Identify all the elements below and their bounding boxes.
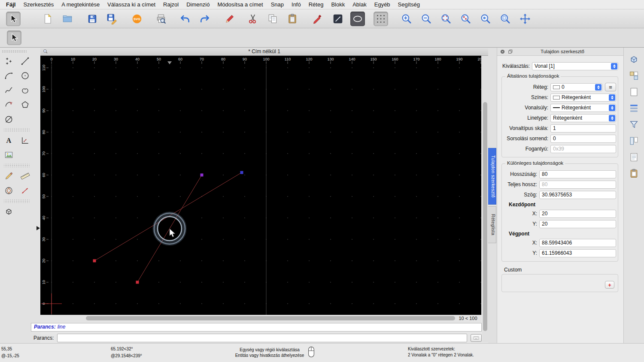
line-tool-button[interactable] bbox=[18, 54, 32, 68]
grid-toggle-button[interactable] bbox=[374, 12, 388, 26]
dock-layer-list-icon[interactable] bbox=[626, 102, 642, 115]
print-preview-button[interactable] bbox=[154, 12, 168, 26]
linetype-select[interactable]: Rétegenként bbox=[550, 114, 616, 122]
vertical-scrollbar[interactable] bbox=[482, 56, 488, 342]
hatch-tool-button[interactable] bbox=[1, 169, 16, 183]
start-y-input[interactable] bbox=[539, 220, 616, 228]
svg-text:60: 60 bbox=[178, 57, 182, 61]
dock-notes-icon[interactable] bbox=[626, 151, 642, 163]
zoom-out-button[interactable] bbox=[419, 12, 434, 26]
menu-item-12[interactable]: Ablak bbox=[352, 1, 367, 8]
highlight-pen-button[interactable] bbox=[310, 12, 325, 26]
keyboard-toggle-button[interactable] bbox=[471, 334, 482, 342]
selection-dropdown[interactable]: Vonal [1] bbox=[532, 62, 618, 70]
tool-options-toolbar bbox=[0, 28, 644, 48]
draw-order-input[interactable] bbox=[550, 135, 616, 143]
save-as-button[interactable] bbox=[105, 12, 119, 26]
delete-entity-button[interactable] bbox=[222, 12, 237, 26]
polygon-tool-button[interactable] bbox=[18, 98, 32, 112]
zoom-previous-button[interactable] bbox=[478, 12, 493, 26]
text-tool-button[interactable]: A bbox=[1, 134, 16, 147]
image-tool-button[interactable] bbox=[1, 148, 16, 162]
select-tool-button[interactable] bbox=[7, 30, 21, 45]
custom-section-title: Custom bbox=[504, 267, 618, 273]
new-document-button[interactable] bbox=[40, 12, 55, 26]
draw-order-button[interactable] bbox=[331, 12, 345, 26]
copy-button[interactable] bbox=[265, 12, 280, 26]
cut-button[interactable] bbox=[246, 12, 260, 26]
color-select[interactable]: Rétegenként bbox=[550, 94, 616, 102]
save-button[interactable] bbox=[85, 12, 100, 26]
arc-continue-tool-button[interactable] bbox=[1, 98, 16, 112]
length-input[interactable] bbox=[539, 170, 616, 178]
paste-button[interactable] bbox=[285, 12, 300, 26]
menu-item-3[interactable]: A megtekintése bbox=[61, 1, 100, 8]
dimension-arrow-tool-button[interactable] bbox=[18, 184, 32, 197]
selection-label: Kiválasztás: bbox=[502, 63, 530, 69]
dimension-tool-button[interactable] bbox=[18, 134, 32, 147]
end-y-label: Y: bbox=[502, 250, 537, 256]
circle-tool-button[interactable] bbox=[18, 69, 32, 82]
svg-text:10: 10 bbox=[42, 280, 46, 284]
menu-item-2[interactable]: Szerkesztés bbox=[23, 1, 54, 8]
solid-tool-button[interactable] bbox=[1, 205, 16, 218]
redo-button[interactable] bbox=[197, 12, 212, 26]
end-y-input[interactable] bbox=[539, 249, 616, 257]
menu-item-5[interactable]: Rajzol bbox=[163, 1, 179, 8]
lineweight-select[interactable]: Rétegenként bbox=[550, 104, 616, 112]
end-x-input[interactable] bbox=[539, 239, 616, 247]
open-file-button[interactable] bbox=[60, 12, 75, 26]
arc-tool-button[interactable] bbox=[1, 69, 16, 82]
spline-tool-button[interactable] bbox=[1, 84, 16, 97]
layer-menu-button[interactable]: ≡ bbox=[605, 83, 616, 91]
point-tools-button[interactable] bbox=[1, 54, 16, 68]
start-x-input[interactable] bbox=[539, 210, 616, 218]
linetype-scale-input[interactable] bbox=[550, 124, 616, 133]
menu-item-8[interactable]: Snap bbox=[271, 1, 284, 8]
polar-relative: @29.1548<239° bbox=[111, 353, 142, 359]
horizontal-scrollbar-thumb[interactable] bbox=[86, 316, 455, 320]
tab-property-editor[interactable]: Tulajdon szerkesztő bbox=[488, 148, 496, 205]
draft-mode-button[interactable] bbox=[350, 12, 365, 26]
undo-button[interactable] bbox=[178, 12, 192, 26]
menu-item-14[interactable]: Segítség bbox=[398, 1, 420, 8]
circle-inscribed-tool-button[interactable] bbox=[1, 184, 16, 197]
dock-3d-icon[interactable] bbox=[626, 53, 642, 66]
menu-item-4[interactable]: Válassza ki a címet bbox=[107, 1, 155, 8]
dock-clipboard-icon[interactable] bbox=[626, 167, 642, 180]
document-titlebar[interactable]: * Cím nélkül 1 bbox=[40, 48, 488, 56]
add-custom-property-button[interactable]: + bbox=[605, 281, 614, 289]
panel-close-icon[interactable] bbox=[500, 49, 505, 54]
menu-item-11[interactable]: Blokk bbox=[331, 1, 345, 8]
layer-select[interactable]: 0 bbox=[550, 83, 602, 91]
dock-sheet-icon[interactable] bbox=[626, 85, 642, 98]
zoom-window-button[interactable] bbox=[498, 12, 513, 26]
command-input[interactable] bbox=[57, 334, 467, 342]
vertical-scrollbar-thumb[interactable] bbox=[483, 102, 487, 331]
horizontal-scrollbar[interactable] bbox=[40, 315, 455, 322]
export-svg-button[interactable]: SVG bbox=[130, 12, 144, 26]
dock-filter-icon[interactable] bbox=[626, 118, 642, 131]
toolbar-drag-handle[interactable] bbox=[2, 50, 27, 53]
zoom-auto-button[interactable] bbox=[439, 12, 453, 26]
measure-tool-button[interactable] bbox=[18, 169, 32, 183]
tab-layer-list[interactable]: Réteglista bbox=[488, 206, 496, 243]
menu-item-10[interactable]: Réteg bbox=[309, 1, 324, 8]
panel-float-icon[interactable] bbox=[507, 49, 513, 54]
menu-item-7[interactable]: Módosítsa a címet bbox=[217, 1, 263, 8]
menubar: FájlSzerkesztésA megtekintéseVálassza ki… bbox=[0, 0, 644, 9]
zoom-in-button[interactable] bbox=[399, 12, 414, 26]
menu-item-6[interactable]: Dimenzió bbox=[186, 1, 210, 8]
drawing-canvas[interactable]: 0102030405060708090100110120130140150160… bbox=[40, 56, 481, 315]
zoom-selected-button[interactable] bbox=[459, 12, 473, 26]
menu-item-13[interactable]: Egyéb bbox=[374, 1, 390, 8]
angle-input[interactable] bbox=[539, 191, 616, 199]
select-cursor-button[interactable] bbox=[6, 12, 21, 26]
pan-button[interactable] bbox=[518, 12, 532, 26]
ellipse-tool-button[interactable] bbox=[1, 113, 16, 126]
menu-item-9[interactable]: Infó bbox=[292, 1, 301, 8]
freehand-tool-button[interactable] bbox=[18, 84, 32, 97]
dock-columns-icon[interactable] bbox=[626, 134, 642, 147]
menu-item-1[interactable]: Fájl bbox=[6, 1, 15, 8]
dock-blocks-icon[interactable] bbox=[626, 69, 642, 82]
